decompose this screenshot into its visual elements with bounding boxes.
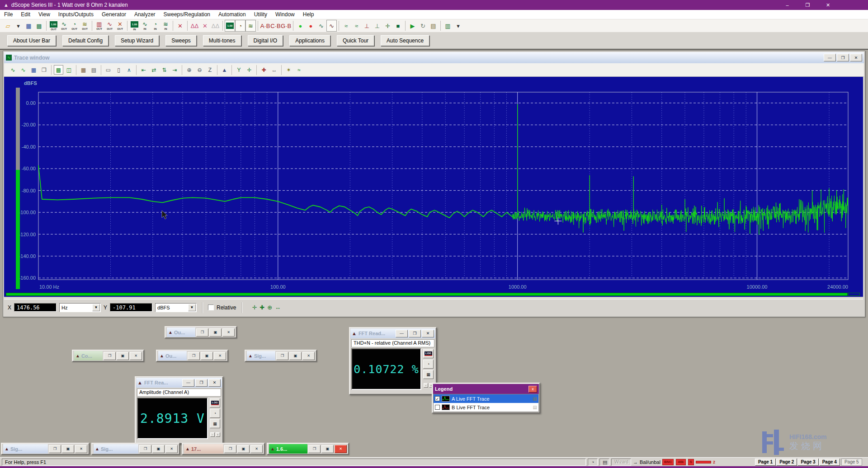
minimized-restore-button[interactable]: ❐ xyxy=(276,352,288,360)
minimized-maximize-button[interactable]: ▣ xyxy=(201,352,213,360)
zoom-out-button[interactable]: ⊖ xyxy=(195,65,204,75)
open-config-button[interactable]: ▱ xyxy=(3,20,13,32)
copy-trace-icon[interactable]: ▤ xyxy=(533,396,537,401)
minimized-window-16[interactable]: ▲1.6...❐▣✕ xyxy=(267,443,349,455)
scope-in-button[interactable]: 1.00IN xyxy=(129,20,140,32)
trace-a-button[interactable]: ΔΔ xyxy=(189,20,200,32)
grid-settings-button[interactable]: ▤ xyxy=(89,65,99,75)
reading-setup-button[interactable]: ▦ xyxy=(423,370,434,379)
menu-utility[interactable]: Utility xyxy=(250,10,271,19)
userbar-setup-wizard[interactable]: Setup Wizard xyxy=(115,35,159,46)
legend-titlebar[interactable]: Legend x xyxy=(433,384,539,394)
minimized-restore-button[interactable]: ❐ xyxy=(308,445,321,453)
userbar-digital-i-o[interactable]: Digital I/O xyxy=(248,35,283,46)
legend-close-button[interactable]: x xyxy=(528,386,537,393)
minimized-maximize-button[interactable]: ▣ xyxy=(209,328,222,337)
branch-y-button[interactable]: Y xyxy=(234,65,244,75)
filters-out-button[interactable]: ≋OUT xyxy=(80,20,90,32)
minimized-maximize-button[interactable]: ▣ xyxy=(289,352,302,360)
analyzer-panel-button[interactable]: ≋ xyxy=(245,20,256,32)
x-value-field[interactable]: 1476.56 xyxy=(14,303,57,312)
menu-sweeps-regulation[interactable]: Sweeps/Regulation xyxy=(160,10,214,19)
trace-window-titlebar[interactable]: ∿ Trace window — ❐ ✕ xyxy=(4,52,864,63)
delete-trace-button[interactable]: ✕ xyxy=(175,20,185,32)
lock-trace-button[interactable]: ✚ xyxy=(259,65,269,75)
autoscale-button[interactable]: ∧ xyxy=(124,65,134,75)
minimized-maximize-button[interactable]: ▣ xyxy=(62,445,74,453)
cursor-next-button[interactable]: ⇥ xyxy=(170,65,179,75)
trace-minimize-button[interactable]: — xyxy=(824,54,836,61)
sweep-out-button[interactable]: ∿OUT xyxy=(104,20,115,32)
menu-generator[interactable]: Generator xyxy=(98,10,130,19)
userbar-auto-sequence[interactable]: Auto Sequence xyxy=(381,35,429,46)
thd-restore-button[interactable]: ❐ xyxy=(409,330,421,337)
minimized-close-button[interactable]: ✕ xyxy=(214,352,226,360)
pan-free-button[interactable]: ↔ xyxy=(269,65,279,75)
minimized-restore-button[interactable]: ❐ xyxy=(49,445,61,453)
amp-window-titlebar[interactable]: ▲ FFT Rea... — ❐ ✕ xyxy=(136,378,222,388)
report-button[interactable]: ▥ xyxy=(443,20,453,32)
minimized-window-ou[interactable]: ▲Ou...❐▣✕ xyxy=(165,326,237,338)
append-trace-button[interactable]: ∿ xyxy=(8,65,18,75)
restore-button[interactable]: ❐ xyxy=(797,0,818,10)
unzoom-button[interactable]: Z xyxy=(205,65,215,75)
minimized-window-ou[interactable]: ▲Ou...❐▣✕ xyxy=(156,350,228,362)
overlay-button[interactable]: ≈ xyxy=(294,65,304,75)
zoom-y-limits-button[interactable]: ▯ xyxy=(114,65,123,75)
gauge-view-button[interactable]: ◔ xyxy=(210,409,220,418)
trace-close-button[interactable]: ✕ xyxy=(850,54,862,61)
multitone-out-button[interactable]: ✕OUT xyxy=(115,20,125,32)
trace-maximize-button[interactable]: ❐ xyxy=(837,54,849,61)
log-scale-button[interactable]: LOG xyxy=(423,349,434,358)
generator-out-button[interactable]: 1.00OUT xyxy=(48,20,59,32)
fft-plot-area[interactable]: 0.00-20.00-40.00-60.00-80.00-100.00-120.… xyxy=(4,77,863,297)
channel-b-follow-button[interactable]: C·B xyxy=(270,20,281,32)
legend-row-a[interactable]: ✓A Live FFT Trace▤ xyxy=(434,394,538,403)
userbar-multi-tones[interactable]: Multi-tones xyxy=(203,35,241,46)
run-button[interactable]: ● xyxy=(295,20,306,32)
script-run-button[interactable]: ▶ xyxy=(407,20,418,32)
userbar-applications[interactable]: Applications xyxy=(289,35,330,46)
minimized-window-co[interactable]: ▲Co...❐▣✕ xyxy=(72,350,144,362)
minimized-close-button[interactable]: ✕ xyxy=(165,445,178,453)
minimized-restore-button[interactable]: ❐ xyxy=(224,445,236,453)
save-trace-button[interactable]: ▦ xyxy=(29,65,38,75)
amp-close-button[interactable]: ✕ xyxy=(208,379,221,387)
fft-reading-window-amplitude[interactable]: ▲ FFT Rea... — ❐ ✕ Amplitude (Channel A)… xyxy=(135,376,223,444)
zoom-in-button[interactable]: ⊕ xyxy=(184,65,194,75)
minimized-window-sig[interactable]: ▲Sig...❐▣✕ xyxy=(1,443,90,455)
thd-minimize-button[interactable]: — xyxy=(396,330,408,337)
minimized-restore-button[interactable]: ❐ xyxy=(188,352,200,360)
legend-row-b[interactable]: B Live FFT Trace▤ xyxy=(434,403,538,412)
trace-x-button[interactable]: ✕ xyxy=(200,20,210,32)
export-config-button[interactable]: ▩ xyxy=(34,20,44,32)
page-tab-1[interactable]: Page 1 xyxy=(755,459,776,466)
cursor-home-button[interactable]: ⇤ xyxy=(139,65,148,75)
minimized-restore-button[interactable]: ❐ xyxy=(139,445,151,453)
channel-link-button[interactable]: G·B xyxy=(281,20,291,32)
reading-dec-button[interactable]: − xyxy=(424,383,428,388)
minimized-close-button[interactable]: ✕ xyxy=(250,445,263,453)
y-unit-caret-icon[interactable]: ▼ xyxy=(188,304,196,311)
minimized-maximize-button[interactable]: ▣ xyxy=(237,445,250,453)
plot-scrollbar[interactable] xyxy=(6,293,848,296)
menu-view[interactable]: View xyxy=(34,10,54,19)
marker-button[interactable]: ▲ xyxy=(220,65,229,75)
edit-table-button[interactable]: ▦ xyxy=(79,65,88,75)
sweep-start-button[interactable]: ≈ xyxy=(341,20,351,32)
cursor-peak-icon[interactable]: ⊕ xyxy=(267,304,272,311)
x-unit-select[interactable]: Hz▼ xyxy=(59,303,101,312)
thd-window-titlebar[interactable]: ▲ FFT Read... — ❐ ✕ xyxy=(350,328,435,338)
sweep-limit-button[interactable]: ⊥ xyxy=(372,20,382,32)
legend-window[interactable]: Legend x ✓A Live FFT Trace▤B Live FFT Tr… xyxy=(432,383,540,413)
amp-minimize-button[interactable]: — xyxy=(182,379,194,387)
y-value-field[interactable]: -107.91 xyxy=(110,303,152,312)
menu-file[interactable]: File xyxy=(0,10,17,19)
menu-window[interactable]: Window xyxy=(271,10,299,19)
minimized-maximize-button[interactable]: ▣ xyxy=(152,445,165,453)
page-tab-3[interactable]: Page 3 xyxy=(797,459,818,466)
userbar-about-user-bar[interactable]: About User Bar xyxy=(7,35,56,46)
minimized-window-17[interactable]: ▲17...❐▣✕ xyxy=(182,443,265,455)
log-scale-button[interactable]: LOG xyxy=(210,398,220,407)
signals-out-button[interactable]: ∿OUT xyxy=(59,20,69,32)
